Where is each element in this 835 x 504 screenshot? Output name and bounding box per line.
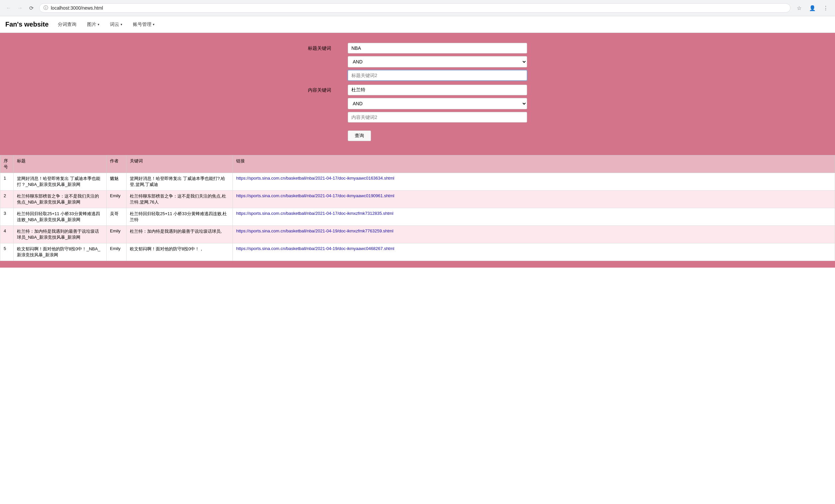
cell-keywords: 杜兰特回归轻取25+11 小桥33分黄蜂难逃四连败,杜兰特 bbox=[126, 208, 233, 226]
search-section: 标题关键词 AND OR NOT 内容关键词 AND OR NOT bbox=[0, 33, 835, 155]
chevron-down-icon: ▾ bbox=[98, 23, 99, 26]
results-section: 序号 标题 作者 关键词 链接 1篮网好消息！哈登即将复出 丁威迪本季也能打？_… bbox=[0, 155, 835, 261]
header-title: 标题 bbox=[14, 155, 107, 173]
navbar-brand[interactable]: Fan's website bbox=[5, 21, 48, 28]
table-row: 5欧文郁闷啊！面对他的防守8投0中！_NBA_新浪竞技风暴_新浪网Emily欧文… bbox=[0, 244, 835, 261]
content-keyword1-input[interactable] bbox=[348, 85, 527, 95]
browser-chrome: ← → ⟳ ⓘ ☆ 👤 ⋮ bbox=[0, 0, 835, 16]
table-row: 2杜兰特聊东部榜首之争：这不是我们关注的焦点_NBA_新浪竞技风暴_新浪网Emi… bbox=[0, 191, 835, 208]
nav-buttons: ← → ⟳ bbox=[4, 3, 36, 13]
title-keyword-row: 标题关键词 AND OR NOT bbox=[308, 43, 527, 81]
cell-keywords: 欧文郁闷啊！面对他的防守8投0中！， bbox=[126, 244, 233, 261]
cell-seq: 1 bbox=[0, 173, 14, 191]
cell-author: Emily bbox=[107, 244, 126, 261]
browser-actions: ☆ 👤 ⋮ bbox=[794, 3, 831, 13]
navbar-item-image[interactable]: 图片 ▾ bbox=[86, 16, 101, 33]
content-operator-select[interactable]: AND OR NOT bbox=[348, 98, 527, 109]
address-bar-container: ⓘ bbox=[39, 3, 791, 13]
bookmark-button[interactable]: ☆ bbox=[794, 3, 805, 13]
title-inputs: AND OR NOT bbox=[348, 43, 527, 81]
profile-button[interactable]: 👤 bbox=[807, 3, 818, 13]
cell-link[interactable]: https://sports.sina.com.cn/basketball/nb… bbox=[233, 226, 835, 244]
info-icon: ⓘ bbox=[43, 5, 48, 11]
cell-author: 吴哥 bbox=[107, 208, 126, 226]
cell-title: 杜兰特：加内特是我遇到的最善于说垃圾话球员_NBA_新浪竞技风暴_新浪网 bbox=[14, 226, 107, 244]
table-header-row: 序号 标题 作者 关键词 链接 bbox=[0, 155, 835, 173]
table-row: 4杜兰特：加内特是我遇到的最善于说垃圾话球员_NBA_新浪竞技风暴_新浪网Emi… bbox=[0, 226, 835, 244]
header-seq: 序号 bbox=[0, 155, 14, 173]
cell-title: 欧文郁闷啊！面对他的防守8投0中！_NBA_新浪竞技风暴_新浪网 bbox=[14, 244, 107, 261]
chevron-down-icon: ▾ bbox=[121, 23, 122, 26]
cell-seq: 4 bbox=[0, 226, 14, 244]
title-operator-select[interactable]: AND OR NOT bbox=[348, 56, 527, 67]
table-row: 3杜兰特回归轻取25+11 小桥33分黄蜂难逃四连败_NBA_新浪竞技风暴_新浪… bbox=[0, 208, 835, 226]
cell-keywords: 篮网好消息！哈登即将复出 丁威迪本季也能打?,哈登,篮网,丁威迪 bbox=[126, 173, 233, 191]
title-keyword2-input[interactable] bbox=[348, 70, 527, 81]
cell-seq: 3 bbox=[0, 208, 14, 226]
menu-button[interactable]: ⋮ bbox=[820, 3, 831, 13]
content-inputs: AND OR NOT bbox=[348, 85, 527, 123]
title-keyword-label: 标题关键词 bbox=[308, 43, 348, 51]
cell-keywords: 杜兰特聊东部榜首之争：这不是我们关注的焦点,杜兰特,篮网,76人 bbox=[126, 191, 233, 208]
cell-seq: 2 bbox=[0, 191, 14, 208]
query-button[interactable]: 查询 bbox=[348, 130, 371, 141]
cell-title: 篮网好消息！哈登即将复出 丁威迪本季也能打？_NBA_新浪竞技风暴_新浪网 bbox=[14, 173, 107, 191]
navbar: Fan's website 分词查询 图片 ▾ 词云 ▾ 账号管理 ▾ bbox=[0, 16, 835, 33]
navbar-item-fenci[interactable]: 分词查询 bbox=[57, 16, 78, 33]
results-table: 序号 标题 作者 关键词 链接 1篮网好消息！哈登即将复出 丁威迪本季也能打？_… bbox=[0, 155, 835, 261]
search-form: 标题关键词 AND OR NOT 内容关键词 AND OR NOT bbox=[301, 43, 534, 141]
back-button[interactable]: ← bbox=[4, 3, 13, 13]
cell-link[interactable]: https://sports.sina.com.cn/basketball/nb… bbox=[233, 173, 835, 191]
cell-keywords: 杜兰特：加内特是我遇到的最善于说垃圾话球员, bbox=[126, 226, 233, 244]
reload-button[interactable]: ⟳ bbox=[26, 3, 36, 13]
header-link: 链接 bbox=[233, 155, 835, 173]
cell-seq: 5 bbox=[0, 244, 14, 261]
content-keyword-row: 内容关键词 AND OR NOT bbox=[308, 85, 527, 123]
cell-author: 魑魅 bbox=[107, 173, 126, 191]
title-keyword1-input[interactable] bbox=[348, 43, 527, 54]
address-bar-input[interactable] bbox=[51, 5, 786, 10]
header-keywords: 关键词 bbox=[126, 155, 233, 173]
cell-link[interactable]: https://sports.sina.com.cn/basketball/nb… bbox=[233, 191, 835, 208]
forward-button[interactable]: → bbox=[15, 3, 25, 13]
header-author: 作者 bbox=[107, 155, 126, 173]
query-button-row: 查询 bbox=[308, 126, 527, 141]
cell-link[interactable]: https://sports.sina.com.cn/basketball/nb… bbox=[233, 244, 835, 261]
cell-author: Emily bbox=[107, 191, 126, 208]
content-keyword-label: 内容关键词 bbox=[308, 85, 348, 93]
bottom-bar bbox=[0, 261, 835, 268]
cell-link[interactable]: https://sports.sina.com.cn/basketball/nb… bbox=[233, 208, 835, 226]
content-keyword2-input[interactable] bbox=[348, 112, 527, 123]
cell-title: 杜兰特回归轻取25+11 小桥33分黄蜂难逃四连败_NBA_新浪竞技风暴_新浪网 bbox=[14, 208, 107, 226]
cell-title: 杜兰特聊东部榜首之争：这不是我们关注的焦点_NBA_新浪竞技风暴_新浪网 bbox=[14, 191, 107, 208]
navbar-item-account[interactable]: 账号管理 ▾ bbox=[131, 16, 156, 33]
cell-author: Emily bbox=[107, 226, 126, 244]
navbar-item-wordcloud[interactable]: 词云 ▾ bbox=[108, 16, 124, 33]
chevron-down-icon: ▾ bbox=[153, 23, 155, 26]
table-row: 1篮网好消息！哈登即将复出 丁威迪本季也能打？_NBA_新浪竞技风暴_新浪网魑魅… bbox=[0, 173, 835, 191]
